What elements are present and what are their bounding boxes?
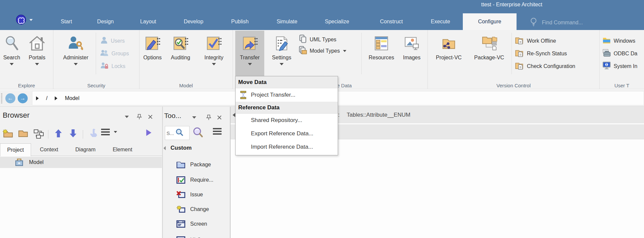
toolbox-hamburger-button[interactable] (213, 128, 222, 135)
system-information-button[interactable]: System In (602, 60, 644, 73)
breadcrumb-current[interactable]: Model (65, 95, 79, 101)
check-configuration-icon (515, 61, 524, 72)
menu-item-import-reference-data[interactable]: Import Reference Data... (236, 140, 338, 154)
package-vc-button[interactable]: Package-VC (468, 31, 511, 76)
breadcrumb-bar[interactable]: / Model (32, 91, 644, 105)
browser-pin-icon[interactable] (137, 114, 142, 120)
toolbox-menu-caret-icon[interactable] (192, 116, 196, 119)
find-command-placeholder: Find Command... (542, 20, 583, 26)
title-bar: ttest - Enterprise Architect (0, 0, 644, 10)
toolbox-item-requirement[interactable]: Require... (163, 173, 230, 187)
auditing-icon (173, 33, 189, 54)
browser-tab-element[interactable]: Element (108, 143, 136, 156)
lightbulb-icon (530, 17, 537, 28)
check-configuration-button[interactable]: Check Configuration (515, 60, 598, 73)
tab-construct[interactable]: Construct (380, 13, 403, 30)
breadcrumb-arrow-icon[interactable] (36, 96, 39, 100)
toolbox-search-input[interactable]: S... (165, 126, 190, 140)
divider (512, 33, 512, 74)
browser-close-icon[interactable] (148, 114, 153, 119)
tab-execute[interactable]: Execute (431, 13, 450, 30)
portals-home-icon (29, 33, 45, 54)
hamburger-menu-button[interactable] (101, 129, 117, 135)
tab-design[interactable]: Design (97, 13, 114, 30)
move-up-button[interactable] (54, 129, 63, 138)
tab-configure[interactable]: Configure (463, 13, 517, 30)
move-down-button[interactable] (69, 129, 77, 138)
menu-item-shared-repository[interactable]: Shared Repository... (236, 114, 338, 127)
browser-tab-diagram[interactable]: Diagram (71, 143, 100, 156)
windows-explorer-button[interactable]: Windows (602, 35, 644, 47)
toolbox-pin-icon[interactable] (206, 115, 211, 120)
uml-types-button[interactable]: UML Types (298, 34, 360, 45)
project-vc-button[interactable]: Project-VC (430, 31, 467, 76)
integrity-caret-icon (212, 63, 216, 65)
ribbon-group-security: Administer Users Groups (53, 30, 139, 89)
toolbox-item-issue[interactable]: Issue (163, 187, 230, 202)
browser-tab-context[interactable]: Context (36, 143, 62, 156)
toolbox-close-icon[interactable] (217, 115, 222, 120)
tab-develop[interactable]: Develop (184, 13, 204, 30)
toolbox-section-custom[interactable]: Custom (164, 145, 192, 151)
toolbox-item-ui-control[interactable]: UI Cont... (163, 233, 230, 238)
new-diagram-button[interactable] (33, 129, 44, 139)
options-button[interactable]: Options (141, 31, 164, 76)
toolbox-item-screen[interactable]: Screen (163, 217, 230, 231)
resynch-status-button[interactable]: Re-Synch Status (515, 47, 598, 60)
screen-icon (176, 220, 186, 228)
settings-button[interactable]: Settings (266, 31, 297, 76)
ribbon-group-version-control: Project-VC Package-VC Work Offline (428, 30, 600, 89)
navigate-button[interactable] (145, 129, 152, 137)
work-offline-button[interactable]: Work Offline (515, 35, 598, 47)
toolbar-grip[interactable] (1, 93, 2, 103)
toolbox-item-change[interactable]: Change (163, 202, 230, 216)
options-icon (144, 33, 160, 54)
requirement-icon (176, 176, 186, 184)
nav-back-button[interactable]: ← (5, 93, 15, 103)
tab-publish[interactable]: Publish (231, 13, 249, 30)
odbc-data-sources-button[interactable]: ODBC Da (602, 47, 644, 60)
project-transfer-icon (236, 91, 251, 99)
new-folder-button[interactable] (18, 129, 28, 138)
tree-item-model[interactable]: Model (0, 157, 162, 168)
package-vc-icon (481, 33, 497, 54)
administer-button[interactable]: Administer (56, 31, 95, 76)
model-types-button[interactable]: Model Types (298, 45, 360, 57)
new-package-button[interactable] (3, 129, 13, 138)
menu-item-export-reference-data[interactable]: Export Reference Data... (236, 127, 338, 140)
enterprise-architect-window: ttest - Enterprise Architect Start Desig… (0, 0, 644, 238)
search-button[interactable]: Search (2, 31, 21, 76)
images-button[interactable]: Images (399, 31, 424, 76)
menu-item-project-transfer[interactable]: Project Transfer... (236, 88, 338, 102)
breadcrumb-arrow-icon[interactable] (55, 96, 57, 100)
tab-simulate[interactable]: Simulate (277, 13, 297, 30)
auditing-button[interactable]: Auditing (165, 31, 196, 76)
touch-mode-button[interactable] (89, 129, 98, 138)
browser-menu-caret-icon[interactable] (125, 116, 129, 118)
transfer-dropdown-menu: Move Data Project Transfer... Reference … (235, 76, 338, 155)
divider (361, 33, 362, 74)
transfer-button[interactable]: Transfer (235, 31, 264, 76)
locks-icon (100, 62, 109, 71)
integrity-button[interactable]: Integrity (198, 31, 230, 76)
divider (48, 130, 48, 139)
browser-tabs: Project Context Diagram Element (0, 143, 162, 156)
breadcrumb-root[interactable]: / (46, 95, 47, 101)
tab-layout[interactable]: Layout (140, 13, 156, 30)
group-label-explore: Explore (0, 83, 53, 88)
administer-caret-icon (74, 63, 78, 65)
app-menu-button[interactable] (15, 14, 33, 26)
divider (96, 33, 96, 74)
resynch-status-icon (515, 48, 524, 59)
toolbox-find-button[interactable] (192, 127, 204, 138)
tab-specialize[interactable]: Specialize (325, 13, 349, 30)
ribbon-tab-bar: Start Design Layout Develop Publish Simu… (0, 10, 644, 30)
browser-tab-project[interactable]: Project (0, 143, 31, 156)
nav-forward-button[interactable]: → (18, 93, 28, 103)
find-command-box[interactable]: Find Command... (530, 17, 583, 28)
tab-start[interactable]: Start (61, 13, 72, 30)
portals-button[interactable]: Portals (23, 31, 51, 76)
toolbox-item-package[interactable]: Package (163, 157, 230, 172)
app-menu-caret-icon (29, 19, 33, 21)
resources-button[interactable]: Resources (365, 31, 398, 76)
